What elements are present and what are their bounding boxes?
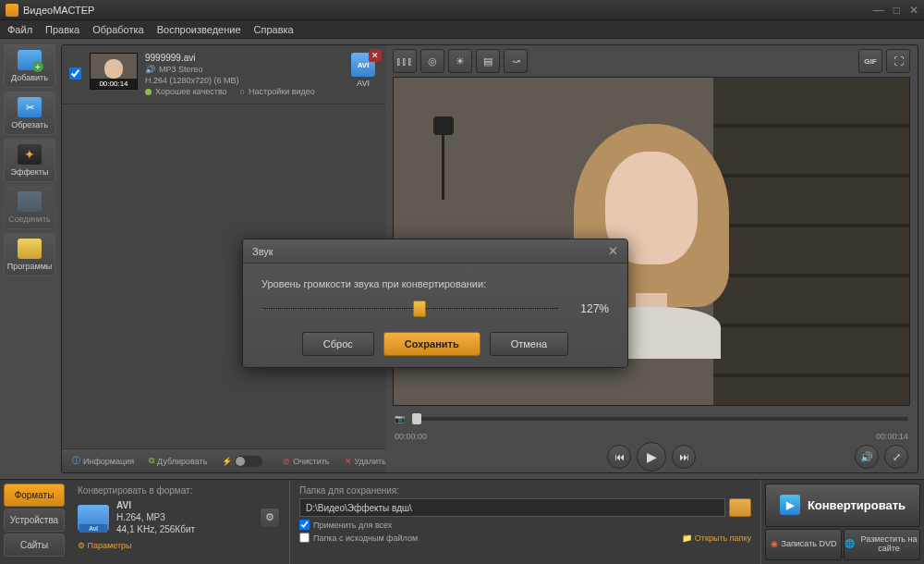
- menu-file[interactable]: Файл: [7, 24, 32, 35]
- app-title: ВидеоМАСТЕР: [23, 5, 94, 16]
- quality-dot-icon: [145, 89, 152, 95]
- file-name: 9999999.avi: [145, 53, 341, 63]
- volume-slider-track[interactable]: [261, 308, 559, 310]
- snapshot-icon[interactable]: ◎: [420, 49, 444, 73]
- output-bitrate: 44,1 KHz, 256Кбит: [116, 524, 195, 534]
- expand-icon[interactable]: ⤢: [884, 445, 908, 469]
- menu-process[interactable]: Обработка: [92, 24, 143, 35]
- titlebar: ВидеоМАСТЕР — □ ✕: [0, 0, 924, 20]
- volume-value: 127%: [572, 302, 609, 315]
- output-format-icon: [78, 505, 109, 531]
- output-codec: H.264, MP3: [116, 512, 165, 522]
- info-button[interactable]: ⓘИнформация: [67, 453, 139, 469]
- speed-icon[interactable]: ⤻: [504, 49, 528, 73]
- tab-sites[interactable]: Сайты: [4, 533, 65, 557]
- file-item[interactable]: 00:00:14 9999999.avi 🔊MP3 Stereo H.264 (…: [62, 45, 385, 104]
- file-audio: MP3 Stereo: [159, 65, 203, 74]
- open-folder-link[interactable]: 📁 Открыть папку: [682, 533, 751, 543]
- time-end: 00:00:14: [876, 432, 908, 441]
- minimize-icon[interactable]: —: [873, 4, 884, 17]
- format-label: AVI: [357, 79, 370, 88]
- timeline-knob[interactable]: [412, 413, 421, 424]
- volume-label: Уровень громкости звука при конвертирова…: [261, 278, 609, 289]
- add-icon: [18, 50, 42, 70]
- programs-icon: [18, 239, 42, 259]
- close-window-icon[interactable]: ✕: [909, 4, 918, 17]
- sound-dialog: Звук ✕ Уровень громкости звука при конве…: [242, 239, 628, 368]
- save-button[interactable]: Сохранить: [383, 332, 480, 356]
- file-checkbox[interactable]: [69, 67, 81, 80]
- text-icon[interactable]: ▤: [476, 49, 500, 73]
- play-button[interactable]: ▶: [637, 442, 666, 472]
- upload-button[interactable]: 🌐Разместить на сайте: [844, 529, 920, 560]
- dialog-close-icon[interactable]: ✕: [608, 244, 618, 258]
- format-settings-icon[interactable]: ⚙: [260, 508, 280, 528]
- tab-devices[interactable]: Устройства: [4, 509, 65, 532]
- camera-icon[interactable]: 📷: [395, 414, 405, 423]
- join-icon: [18, 191, 42, 212]
- menu-help[interactable]: Справка: [254, 24, 294, 35]
- timeline-track[interactable]: [412, 417, 908, 421]
- app-logo-icon: [6, 4, 18, 17]
- clear-button[interactable]: ⊘Очистить: [278, 455, 334, 468]
- maximize-icon[interactable]: □: [894, 4, 900, 17]
- bottom-panel: Форматы Устройства Сайты Конвертировать …: [0, 479, 924, 564]
- fullscreen-icon[interactable]: ⛶: [886, 49, 910, 73]
- cancel-button[interactable]: Отмена: [490, 332, 568, 356]
- parameters-link[interactable]: ⚙ Параметры: [78, 541, 280, 550]
- sidebar-crop[interactable]: Обрезать: [4, 92, 55, 135]
- file-toolbar: ⓘИнформация ⧉Дублировать ⚡ ⊘Очистить ✕Уд…: [62, 448, 385, 472]
- convert-icon: [780, 495, 800, 515]
- next-button[interactable]: ⏭: [672, 445, 696, 469]
- save-path-input[interactable]: [299, 498, 725, 517]
- file-settings-link[interactable]: Настройки видео: [249, 87, 315, 96]
- tab-formats[interactable]: Форматы: [4, 484, 65, 507]
- volume-icon[interactable]: 🔊: [855, 445, 879, 469]
- delete-button[interactable]: ✕Удалить: [340, 455, 391, 468]
- sidebar: Добавить Обрезать Эффекты Соединить Прог…: [0, 39, 59, 479]
- file-duration: 00:00:14: [91, 79, 137, 89]
- speed-toggle[interactable]: ⚡: [217, 454, 267, 469]
- apply-all-checkbox[interactable]: Применить для всех: [299, 520, 751, 530]
- menubar: Файл Правка Обработка Воспроизведение Сп…: [0, 20, 924, 39]
- time-start: 00:00:00: [395, 432, 427, 441]
- menu-edit[interactable]: Правка: [45, 24, 79, 35]
- volume-slider-knob[interactable]: [413, 300, 426, 317]
- menu-playback[interactable]: Воспроизведение: [157, 24, 241, 35]
- reset-button[interactable]: Сброс: [302, 332, 374, 356]
- sidebar-join[interactable]: Соединить: [4, 186, 55, 229]
- sidebar-effects[interactable]: Эффекты: [4, 139, 55, 182]
- prev-button[interactable]: ⏮: [607, 445, 631, 469]
- convert-button[interactable]: Конвертировать: [765, 484, 920, 527]
- crop-tool-icon[interactable]: ⫿⫿⫿: [393, 49, 417, 73]
- file-video: H.264 (1280x720) (6 MB): [145, 76, 239, 85]
- convert-to-label: Конвертировать в формат:: [78, 485, 280, 496]
- sidebar-add[interactable]: Добавить: [4, 44, 55, 88]
- brightness-icon[interactable]: ☀: [448, 49, 472, 73]
- sidebar-programs[interactable]: Программы: [4, 233, 55, 276]
- scissors-icon: [18, 97, 42, 117]
- duplicate-button[interactable]: ⧉Дублировать: [144, 454, 212, 468]
- same-folder-checkbox[interactable]: Папка с исходным файлом: [299, 533, 418, 543]
- save-folder-label: Папка для сохранения:: [299, 485, 751, 496]
- remove-file-icon[interactable]: ✕: [369, 49, 382, 62]
- speaker-icon: 🔊: [145, 65, 155, 74]
- file-thumbnail: 00:00:14: [90, 53, 138, 90]
- gif-button[interactable]: GIF: [858, 49, 882, 73]
- file-quality: Хорошее качество: [155, 87, 227, 96]
- burn-dvd-button[interactable]: ◉Записать DVD: [765, 529, 842, 560]
- output-format-name: AVI: [116, 500, 131, 510]
- dialog-title: Звук: [252, 246, 274, 257]
- effects-icon: [18, 144, 42, 165]
- browse-folder-button[interactable]: [729, 498, 751, 517]
